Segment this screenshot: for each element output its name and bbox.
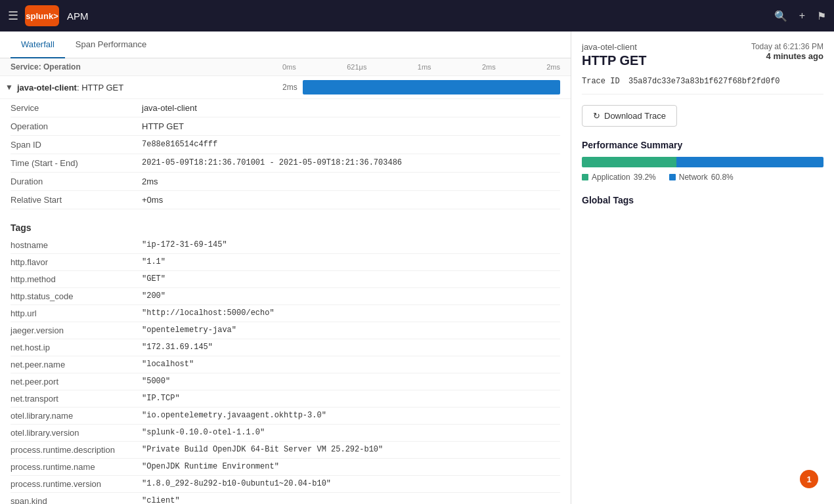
tags-container: hostname"ip-172-31-69-145"http.flavor"1.…: [11, 237, 560, 504]
tag-value: "172.31.69.145": [142, 343, 560, 352]
tag-value: "client": [142, 496, 560, 504]
label-relative-start: Relative Start: [11, 195, 142, 205]
rp-operation: HTTP GET: [582, 53, 647, 68]
list-item: net.peer.name"localhost": [11, 356, 560, 373]
value-span-id: 7e88e816514c4fff: [142, 140, 560, 150]
detail-row-time: Time (Start - End) 2021-05-09T18:21:36.7…: [11, 154, 560, 173]
legend-net: Network 60.8%: [669, 173, 734, 182]
timeline-scale: 0ms 621μs 1ms 2ms 2ms: [282, 63, 571, 71]
tab-waterfall[interactable]: Waterfall: [11, 32, 65, 58]
top-nav: ☰ splunk> APM 🔍 + ⚑: [0, 0, 834, 32]
detail-row-span-id: Span ID 7e88e816514c4fff: [11, 136, 560, 154]
search-icon[interactable]: 🔍: [774, 10, 787, 22]
timeline-service-op-label: Service: Operation: [0, 62, 282, 72]
scale-1ms: 1ms: [418, 63, 431, 71]
value-operation: HTTP GET: [142, 121, 560, 131]
trace-id-row: Trace ID 35a87dc33e73a83b1f627f68bf2fd0f…: [582, 76, 823, 94]
download-trace-button[interactable]: ↻ Download Trace: [582, 105, 677, 127]
list-item: http.url"http://localhost:5000/echo": [11, 305, 560, 322]
list-item: hostname"ip-172-31-69-145": [11, 237, 560, 254]
legend-app-dot: [582, 174, 588, 180]
tag-key: net.peer.name: [11, 360, 142, 369]
rp-time-absolute: Today at 6:21:36 PM: [751, 42, 823, 51]
list-item: net.host.ip"172.31.69.145": [11, 339, 560, 356]
list-item: otel.library.name"io.opentelemetry.javaa…: [11, 408, 560, 425]
tag-key: net.peer.port: [11, 377, 142, 387]
tag-value: "OpenJDK Runtime Environment": [142, 462, 560, 472]
label-time: Time (Start - End): [11, 158, 142, 168]
value-time: 2021-05-09T18:21:36.701001 - 2021-05-09T…: [142, 158, 560, 168]
tag-value: "1.8.0_292-8u292-b10-0ubuntu1~20.04-b10": [142, 479, 560, 489]
chevron-down-icon[interactable]: ▼: [5, 83, 13, 92]
legend-app-pct: 39.2%: [634, 173, 656, 182]
tag-key: process.runtime.version: [11, 479, 142, 489]
tag-key: process.runtime.name: [11, 462, 142, 472]
rp-time: Today at 6:21:36 PM 4 minutes ago: [751, 42, 823, 61]
list-item: http.flavor"1.1": [11, 254, 560, 271]
rp-service-name: java-otel-client: [582, 42, 647, 52]
tag-key: jaeger.version: [11, 326, 142, 335]
detail-row-service: Service java-otel-client: [11, 99, 560, 117]
detail-row-duration: Duration 2ms: [11, 173, 560, 191]
tag-key: net.host.ip: [11, 343, 142, 352]
span-duration-label: 2ms: [282, 83, 297, 92]
rp-header: java-otel-client HTTP GET Today at 6:21:…: [582, 42, 823, 68]
perf-app-bar: [582, 157, 676, 167]
trace-id-value: 35a87dc33e73a83b1f627f68bf2fd0f0: [628, 77, 779, 86]
value-service: java-otel-client: [142, 103, 560, 113]
scale-0ms: 0ms: [282, 63, 296, 71]
span-row: ▼ java-otel-client: HTTP GET 2ms: [0, 76, 571, 99]
left-panel: Waterfall Span Performance Service: Oper…: [0, 32, 571, 504]
tag-key: http.url: [11, 308, 142, 318]
tag-key: http.method: [11, 274, 142, 284]
span-service: java-otel-client: [17, 83, 77, 93]
tag-value: "5000": [142, 377, 560, 387]
list-item: net.peer.port"5000": [11, 373, 560, 390]
list-item: otel.library.version"splunk-0.10.0-otel-…: [11, 425, 560, 442]
tag-value: "localhost": [142, 360, 560, 369]
span-name: java-otel-client: HTTP GET: [17, 83, 123, 93]
tag-value: "splunk-0.10.0-otel-1.1.0": [142, 428, 560, 438]
list-item: jaeger.version"opentelemetry-java": [11, 322, 560, 339]
bookmark-icon[interactable]: ⚑: [817, 10, 826, 22]
scale-621us: 621μs: [347, 63, 366, 71]
perf-net-bar: [676, 157, 823, 167]
main-layout: Waterfall Span Performance Service: Oper…: [0, 32, 834, 504]
list-item: span.kind"client": [11, 493, 560, 504]
value-relative-start: +0ms: [142, 195, 560, 205]
nav-right: 🔍 + ⚑: [774, 10, 826, 22]
list-item: process.runtime.description"Private Buil…: [11, 442, 560, 459]
tabs: Waterfall Span Performance: [0, 32, 571, 58]
tag-key: hostname: [11, 240, 142, 250]
plus-icon[interactable]: +: [799, 10, 805, 22]
tag-key: http.flavor: [11, 257, 142, 267]
tag-value: "io.opentelemetry.javaagent.okhttp-3.0": [142, 411, 560, 421]
tag-key: otel.library.version: [11, 428, 142, 438]
hamburger-icon[interactable]: ☰: [8, 9, 18, 23]
tag-value: "opentelemetry-java": [142, 326, 560, 335]
list-item: http.method"GET": [11, 271, 560, 288]
tag-key: span.kind: [11, 496, 142, 504]
splunk-logo: splunk>: [25, 5, 59, 26]
download-btn-label: Download Trace: [604, 111, 666, 121]
tags-section: Tags hostname"ip-172-31-69-145"http.flav…: [11, 215, 560, 504]
tag-value: "Private Build OpenJDK 64-Bit Server VM …: [142, 445, 560, 455]
notification-badge[interactable]: 1: [800, 470, 818, 488]
tag-value: "GET": [142, 274, 560, 284]
tag-value: "http://localhost:5000/echo": [142, 308, 560, 318]
value-duration: 2ms: [142, 177, 560, 186]
perf-legend: Application 39.2% Network 60.8%: [582, 173, 823, 182]
list-item: process.runtime.version"1.8.0_292-8u292-…: [11, 476, 560, 493]
span-bar-area: [303, 80, 571, 94]
detail-row-relative-start: Relative Start +0ms: [11, 191, 560, 209]
label-service: Service: [11, 103, 142, 113]
scale-2ms-1: 2ms: [482, 63, 496, 71]
list-item: process.runtime.name"OpenJDK Runtime Env…: [11, 459, 560, 476]
tag-value: "200": [142, 291, 560, 301]
app-title: APM: [67, 10, 89, 22]
legend-app-label: Application: [592, 173, 630, 182]
tag-value: "IP.TCP": [142, 394, 560, 404]
tab-span-performance[interactable]: Span Performance: [65, 32, 157, 58]
tags-section-title: Tags: [11, 215, 560, 237]
trace-id-label: Trace ID: [582, 77, 620, 86]
